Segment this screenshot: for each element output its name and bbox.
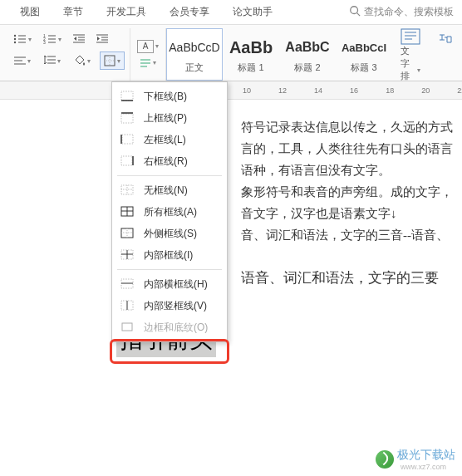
ruler-mark: 16 <box>350 86 358 95</box>
ruler-mark: 22 <box>457 86 462 95</box>
line-spacing-button[interactable]: ▾ <box>40 52 65 70</box>
increase-indent-button[interactable] <box>93 30 111 48</box>
menu-label: 下框线(B) <box>144 90 187 104</box>
tab-member[interactable]: 会员专享 <box>158 0 221 24</box>
style-label: 正文 <box>185 61 204 74</box>
menu-right-border[interactable]: 右框线(R) <box>112 150 227 172</box>
doc-line <box>241 246 462 267</box>
menu-label: 内部竖框线(V) <box>144 299 207 313</box>
svg-rect-44 <box>121 156 132 165</box>
doc-line: 符号记录表达信息以传之，久远的方式 <box>241 116 462 138</box>
command-search[interactable]: 查找命令、搜索模板 <box>349 5 462 19</box>
svg-rect-62 <box>122 323 132 331</box>
watermark-text: 极光下载站 <box>397 448 455 463</box>
bottom-border-icon <box>120 91 135 102</box>
style-heading3[interactable]: AaBbCcI 标题 3 <box>336 28 392 81</box>
dialog-icon <box>120 321 135 333</box>
menu-left-border[interactable]: 左框线(L) <box>112 129 227 150</box>
menu-separator <box>117 269 222 270</box>
fill-color-button[interactable]: ▾ <box>70 52 95 70</box>
doc-line: 音文字，汉字也是语素文字↓ <box>241 203 462 224</box>
svg-text:3: 3 <box>43 40 46 45</box>
tab-view[interactable]: 视图 <box>8 0 52 24</box>
tools-group: A▾ ▾ <box>130 28 166 81</box>
menu-borders-dialog[interactable]: 边框和底纹(O) <box>112 317 227 338</box>
menu-top-border[interactable]: 上框线(P) <box>112 107 227 129</box>
doc-line: 语音、词汇和语法，文字的三要 <box>241 267 462 289</box>
menu-inside-borders[interactable]: 内部框线(I) <box>112 244 227 266</box>
ruler[interactable]: 2 4 6 8 10 12 14 16 18 20 22 24 <box>0 81 462 100</box>
style-heading1[interactable]: AaBb 标题 1 <box>223 28 279 81</box>
styles-gallery[interactable]: AaBbCcD 正文 AaBb 标题 1 AaBbC 标题 2 AaBbCcI … <box>166 28 392 81</box>
ruler-mark: 12 <box>278 86 287 95</box>
tab-chapter[interactable]: 章节 <box>52 0 95 24</box>
ruler-mark: 10 <box>243 86 251 95</box>
ruler-mark: 14 <box>314 86 322 95</box>
border-dropdown-menu: 下框线(B) 上框线(P) 左框线(L) 右框线(R) 无框线(N) 所有框线(… <box>111 81 228 342</box>
svg-rect-34 <box>401 29 420 44</box>
inside-v-icon <box>120 300 135 312</box>
border-button[interactable]: ▾ <box>100 52 125 70</box>
para-tools-button[interactable]: ▾ <box>135 55 160 71</box>
inside-h-icon <box>120 278 135 290</box>
style-preview: AaBbC <box>285 35 329 60</box>
menu-all-borders[interactable]: 所有框线(A) <box>112 201 227 223</box>
number-list-button[interactable]: 123▾ <box>40 30 65 48</box>
doc-line: 音、词汇和语法，文字的三音--语音、 <box>241 224 462 246</box>
svg-rect-38 <box>121 91 133 101</box>
document-area[interactable]: 符号记录表达信息以传之，久远的方式 言的，工具，人类往往先有口头的语言 语种，有… <box>0 100 462 357</box>
tab-thesis[interactable]: 论文助手 <box>221 0 284 24</box>
svg-line-1 <box>357 13 361 17</box>
text-tools-button[interactable]: A▾ <box>135 38 160 55</box>
doc-line: 语种，有语言但没有文字。 <box>241 159 462 181</box>
menu-label: 外侧框线(S) <box>144 227 197 241</box>
text-layout-group[interactable]: 文字排版▾ <box>392 28 429 81</box>
menu-no-border[interactable]: 无框线(N) <box>112 179 227 201</box>
menu-inside-vertical[interactable]: 内部竖框线(V) <box>112 295 227 317</box>
tab-devtools[interactable]: 开发工具 <box>95 0 158 24</box>
style-label: 标题 1 <box>238 61 263 74</box>
menu-label: 内部横框线(H) <box>144 277 208 292</box>
style-label: 标题 3 <box>351 61 376 74</box>
menu-label: 无框线(N) <box>144 184 188 198</box>
search-icon <box>349 5 361 19</box>
top-border-icon <box>120 112 135 124</box>
align-button[interactable]: ▾ <box>10 52 35 70</box>
menu-label: 左框线(L) <box>144 133 186 147</box>
doc-line: 言的，工具，人类往往先有口头的语言 <box>241 138 462 159</box>
svg-point-2 <box>14 35 16 37</box>
menu-separator <box>117 175 222 176</box>
ruler-mark: 18 <box>386 86 394 95</box>
decrease-indent-button[interactable] <box>70 30 88 48</box>
toolbar: ▾ 123▾ ▾ ▾ ▾ ▾ A▾ ▾ AaBbCcD 正文 AaBb 标题 1… <box>0 25 462 81</box>
svg-rect-42 <box>122 135 133 144</box>
menu-label: 边框和底纹(O) <box>144 321 208 335</box>
search-placeholder: 查找命令、搜索模板 <box>364 5 454 19</box>
ruler-mark: 20 <box>421 86 430 95</box>
inside-borders-icon <box>120 249 135 261</box>
menu-label: 上框线(P) <box>144 111 187 125</box>
menu-label: 右框线(R) <box>144 155 188 169</box>
right-border-icon <box>120 155 135 167</box>
no-border-icon <box>120 184 135 196</box>
style-heading2[interactable]: AaBbC 标题 2 <box>279 28 336 81</box>
outside-borders-icon <box>120 228 135 239</box>
watermark-url: www.xz7.com <box>401 463 455 471</box>
ribbon-tabs: 视图 章节 开发工具 会员专享 论文助手 查找命令、搜索模板 <box>0 0 462 25</box>
style-preview: AaBbCcD <box>169 35 219 60</box>
watermark-logo-icon <box>376 450 394 469</box>
svg-point-6 <box>14 42 16 43</box>
doc-line: 象形符号和表音的声旁组。成的文字， <box>241 181 462 203</box>
svg-point-0 <box>351 7 358 14</box>
menu-outside-borders[interactable]: 外侧框线(S) <box>112 223 227 244</box>
menu-label: 所有框线(A) <box>144 205 197 219</box>
style-label: 标题 2 <box>294 61 320 74</box>
svg-rect-40 <box>121 114 133 123</box>
find-replace-group[interactable] <box>429 28 462 81</box>
style-preview: AaBbCcI <box>342 35 386 60</box>
find-replace-icon <box>437 28 454 53</box>
bullet-list-button[interactable]: ▾ <box>10 30 35 48</box>
style-normal[interactable]: AaBbCcD 正文 <box>166 28 223 81</box>
menu-bottom-border[interactable]: 下框线(B) <box>112 86 227 107</box>
menu-inside-horizontal[interactable]: 内部横框线(H) <box>112 273 227 295</box>
